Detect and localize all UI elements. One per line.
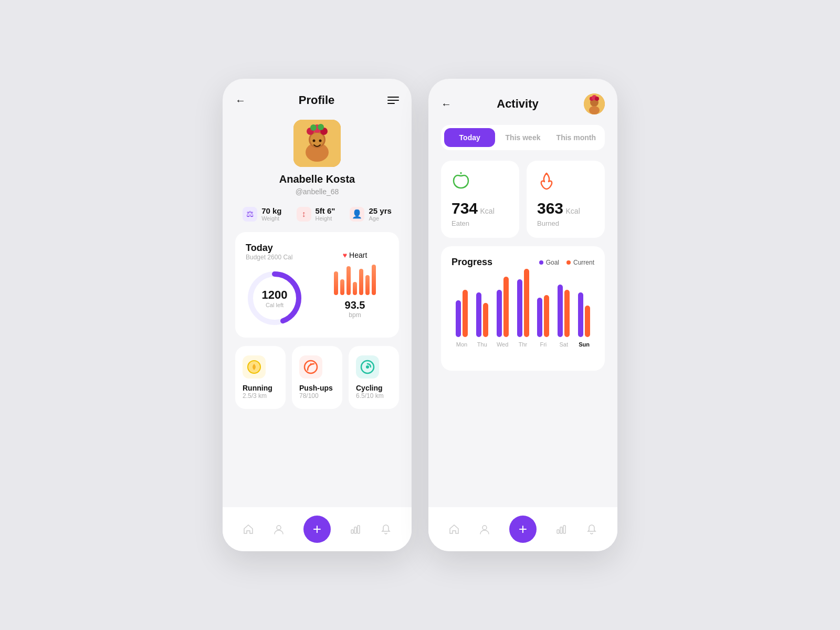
nav-home-activity[interactable] xyxy=(448,523,460,535)
stats-row: ⚖ 70 kg Weight ↕ 5ft 6" Height 👤 25 yrs … xyxy=(235,206,399,222)
age-label: Age xyxy=(369,215,391,222)
activity-user-avatar xyxy=(584,93,605,114)
svg-point-26 xyxy=(589,106,600,114)
kcal-row: 734 Kcal Eaten 363 Kcal Burned xyxy=(441,161,605,238)
chart-group-thu: Thu xyxy=(472,264,492,348)
nav-home[interactable] xyxy=(243,523,254,535)
chart-group-sun: Sun xyxy=(574,264,594,348)
nav-bell-profile[interactable] xyxy=(380,523,392,535)
progress-card: Progress Goal Current MonThuWedThrFriSat… xyxy=(441,246,605,371)
running-progress: 2.5/3 km xyxy=(243,392,267,400)
heart-bars xyxy=(334,264,376,295)
current-bar xyxy=(483,303,488,337)
menu-icon[interactable] xyxy=(387,97,399,104)
back-button[interactable]: ← xyxy=(235,94,246,107)
height-label: Height xyxy=(316,215,335,222)
nav-profile[interactable] xyxy=(273,523,285,535)
nav-chart-profile[interactable] xyxy=(350,523,361,535)
bpm-value: 93.5 xyxy=(345,299,365,311)
nav-bell-activity[interactable] xyxy=(586,523,597,535)
chart-group-fri: Fri xyxy=(533,264,553,348)
weight-value: 70 kg xyxy=(261,206,281,215)
eaten-value: 734 xyxy=(452,200,478,217)
svg-rect-18 xyxy=(351,530,353,533)
pushups-progress: 78/100 xyxy=(299,392,319,400)
weight-label: Weight xyxy=(261,215,281,222)
apple-icon xyxy=(452,171,509,194)
svg-point-25 xyxy=(595,97,599,101)
goal-bar xyxy=(456,300,461,337)
chart-group-wed: Wed xyxy=(492,264,513,348)
avatar xyxy=(293,120,341,167)
day-label: Thr xyxy=(519,341,528,348)
activity-running[interactable]: Running 2.5/3 km xyxy=(235,346,286,409)
eaten-label: Eaten xyxy=(452,219,509,227)
svg-point-17 xyxy=(277,526,281,530)
goal-bar xyxy=(578,292,583,337)
height-value: 5ft 6" xyxy=(316,206,335,215)
tab-this-week[interactable]: This week xyxy=(497,128,548,147)
current-bar xyxy=(524,269,529,337)
goal-bar xyxy=(517,279,522,337)
activity-row: Running 2.5/3 km Push-ups 78/100 xyxy=(235,346,399,409)
burned-unit: Kcal xyxy=(566,207,580,215)
today-budget: Budget 2600 Cal xyxy=(246,254,313,261)
tab-this-month[interactable]: This month xyxy=(551,128,602,147)
svg-rect-20 xyxy=(358,526,360,533)
nav-profile-activity[interactable] xyxy=(479,523,490,535)
day-label: Sat xyxy=(559,341,568,348)
avatar-section: Anabelle Kosta @anbelle_68 xyxy=(235,120,399,196)
svg-point-3 xyxy=(310,133,324,146)
tab-today[interactable]: Today xyxy=(444,128,495,147)
running-icon xyxy=(243,355,266,379)
current-bar xyxy=(463,290,468,337)
nav-chart-activity[interactable] xyxy=(555,523,567,535)
activity-pushups[interactable]: Push-ups 78/100 xyxy=(292,346,342,409)
svg-rect-28 xyxy=(557,530,559,533)
eaten-unit: Kcal xyxy=(480,207,495,215)
svg-point-14 xyxy=(304,361,317,373)
age-icon: 👤 xyxy=(350,207,364,222)
stat-height: ↕ 5ft 6" Height xyxy=(297,206,335,222)
chart-group-sat: Sat xyxy=(553,264,574,348)
day-label: Fri xyxy=(540,341,547,348)
goal-bar xyxy=(476,292,481,337)
day-label: Mon xyxy=(456,341,467,348)
activity-phone: ← Activity Today This week This month xyxy=(428,79,617,551)
cycling-progress: 6.5/10 km xyxy=(356,392,384,400)
svg-point-27 xyxy=(482,526,487,530)
svg-point-8 xyxy=(318,124,324,130)
today-card: Today Budget 2600 Cal 1200 Cal left ♥ xyxy=(235,232,399,338)
svg-point-9 xyxy=(313,140,316,142)
nav-add-activity[interactable]: + xyxy=(509,516,537,543)
height-icon: ↕ xyxy=(297,207,311,222)
user-handle: @anbelle_68 xyxy=(296,187,339,196)
goal-bar xyxy=(537,298,542,337)
activity-header: ← Activity xyxy=(441,93,605,114)
cycling-icon xyxy=(356,355,379,379)
activity-back-button[interactable]: ← xyxy=(441,98,452,110)
stat-weight: ⚖ 70 kg Weight xyxy=(243,206,281,222)
cycling-name: Cycling xyxy=(356,384,383,392)
bottom-nav-activity: + xyxy=(428,507,617,551)
activity-cycling[interactable]: Cycling 6.5/10 km xyxy=(349,346,399,409)
flame-icon xyxy=(537,171,594,194)
cal-left-value: 1200 xyxy=(262,288,288,302)
current-bar xyxy=(544,295,549,337)
bar-chart: MonThuWedThrFriSatSun xyxy=(452,276,594,360)
kcal-eaten-card: 734 Kcal Eaten xyxy=(441,161,519,238)
tab-filter: Today This week This month xyxy=(441,125,605,150)
day-label: Wed xyxy=(497,341,508,348)
current-bar xyxy=(585,306,590,337)
running-name: Running xyxy=(243,384,272,392)
weight-icon: ⚖ xyxy=(243,207,257,222)
activity-title: Activity xyxy=(497,97,538,111)
nav-add-profile[interactable]: + xyxy=(303,516,331,543)
pushups-icon xyxy=(299,355,322,379)
svg-point-10 xyxy=(319,140,322,142)
svg-point-16 xyxy=(366,365,369,369)
bottom-nav-profile: + xyxy=(223,507,412,551)
kcal-burned-card: 363 Kcal Burned xyxy=(527,161,605,238)
current-bar xyxy=(564,290,570,337)
profile-phone: ← Profile xyxy=(223,79,412,551)
